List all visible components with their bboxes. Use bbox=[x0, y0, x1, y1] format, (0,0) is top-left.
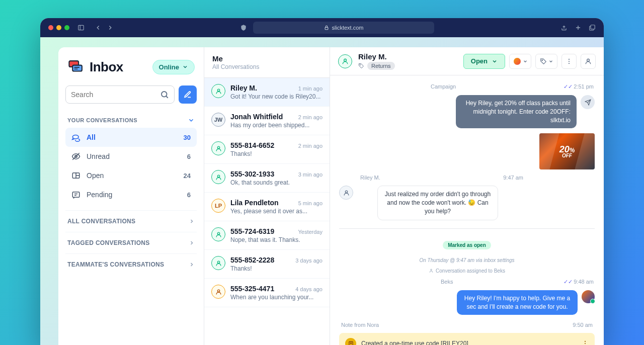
forward-icon[interactable] bbox=[107, 24, 114, 31]
search-box[interactable] bbox=[65, 85, 175, 104]
compose-button[interactable] bbox=[179, 85, 197, 104]
tabs-icon[interactable] bbox=[589, 24, 596, 31]
conversation-name: Lila Pendleton bbox=[230, 199, 279, 207]
avatar bbox=[211, 227, 225, 241]
marked-open-badge: Marked as open bbox=[443, 241, 491, 249]
chevron-right-icon bbox=[189, 240, 195, 246]
svg-point-25 bbox=[360, 64, 361, 65]
conversation-time: 3 min ago bbox=[298, 171, 323, 178]
nav-all[interactable]: All30 bbox=[65, 128, 197, 147]
svg-point-31 bbox=[345, 191, 347, 193]
status-open-button[interactable]: Open bbox=[463, 54, 505, 69]
contact-button[interactable] bbox=[581, 54, 596, 69]
incoming-message: Just realized my order didn't go through… bbox=[377, 186, 498, 220]
avatar bbox=[211, 256, 225, 270]
section-tagged-conversations[interactable]: TAGGED CONVERSATIONS bbox=[65, 232, 197, 253]
chevron-down-icon bbox=[492, 58, 498, 64]
conversation-item[interactable]: JWJonah Whitfield2 min agoHas my order b… bbox=[204, 107, 330, 135]
nav-pending[interactable]: Pending6 bbox=[65, 185, 197, 204]
conversation-preview: Thanks! bbox=[230, 265, 323, 272]
tag-icon bbox=[358, 63, 364, 69]
status-pill[interactable]: Online bbox=[152, 60, 195, 74]
conversation-item[interactable]: 555-852-22283 days agoThanks! bbox=[204, 250, 330, 279]
tag-icon bbox=[540, 58, 547, 65]
compose-icon bbox=[184, 91, 192, 99]
url-bar[interactable]: slicktext.com bbox=[253, 22, 434, 34]
conversation-time: 4 days ago bbox=[295, 286, 323, 292]
svg-point-23 bbox=[217, 290, 219, 292]
nav-unread[interactable]: Unread6 bbox=[65, 147, 197, 166]
chat-avatar bbox=[338, 54, 352, 68]
conversation-item[interactable]: 555-302-19333 min agoOk, that sounds gre… bbox=[204, 164, 330, 193]
svg-point-26 bbox=[541, 59, 542, 60]
traffic-lights[interactable] bbox=[48, 25, 69, 30]
chat-panel: Riley M. Returns Open bbox=[330, 47, 604, 345]
svg-rect-7 bbox=[72, 65, 82, 71]
svg-line-11 bbox=[166, 96, 168, 98]
svg-point-37 bbox=[585, 343, 586, 344]
avatar bbox=[211, 141, 225, 155]
conversation-name: Jonah Whitfield bbox=[230, 113, 283, 121]
avatar bbox=[211, 84, 225, 98]
conversation-item[interactable]: 555-325-44714 days agoWhen are you launc… bbox=[204, 279, 330, 307]
conversation-item[interactable]: 555-814-66522 min agoThanks! bbox=[204, 135, 330, 164]
inbox-logo-icon bbox=[67, 58, 85, 75]
share-icon[interactable] bbox=[560, 24, 568, 31]
conversation-preview: Nope, that was it. Thanks. bbox=[230, 236, 323, 243]
conversation-item[interactable]: 555-724-6319YesterdayNope, that was it. … bbox=[204, 221, 330, 250]
avatar bbox=[211, 170, 225, 184]
svg-point-24 bbox=[344, 59, 347, 61]
conversation-preview: When are you launching your... bbox=[230, 294, 323, 301]
conversation-time: 1 min ago bbox=[298, 85, 323, 92]
send-icon bbox=[581, 95, 595, 109]
message-meta: Riley M.9:47 am bbox=[359, 175, 524, 181]
svg-point-32 bbox=[431, 269, 432, 271]
chevron-right-icon bbox=[189, 262, 195, 268]
svg-rect-5 bbox=[591, 25, 595, 29]
svg-rect-17 bbox=[72, 192, 79, 198]
conversation-name: Riley M. bbox=[230, 84, 257, 92]
shield-icon[interactable] bbox=[240, 24, 247, 31]
back-icon[interactable] bbox=[95, 24, 102, 31]
open-icon bbox=[71, 171, 80, 180]
conversation-time: 5 min ago bbox=[298, 200, 323, 206]
contact-avatar-icon bbox=[339, 186, 353, 200]
more-button[interactable] bbox=[561, 54, 577, 69]
conversation-preview: Yes, please send it over as... bbox=[230, 208, 323, 215]
note-header: Note from Nora9:50 am bbox=[339, 322, 595, 328]
browser-chrome: slicktext.com bbox=[40, 18, 604, 37]
unread-icon bbox=[71, 152, 80, 161]
svg-rect-0 bbox=[78, 25, 84, 30]
meta-assignment: Conversation assigned to Beks bbox=[339, 268, 595, 274]
conversation-name: 555-814-6652 bbox=[230, 141, 274, 149]
svg-point-30 bbox=[587, 59, 590, 61]
conversation-time: 2 min ago bbox=[298, 114, 323, 120]
svg-point-20 bbox=[217, 175, 219, 177]
search-input[interactable] bbox=[71, 91, 160, 99]
section-all-conversations[interactable]: ALL CONVERSATIONS bbox=[65, 210, 197, 232]
chevron-right-icon bbox=[189, 218, 195, 224]
search-icon bbox=[160, 90, 169, 99]
section-teammates-conversations[interactable]: TEAMMATE'S CONVERSATIONS bbox=[65, 253, 197, 275]
tag-menu-button[interactable] bbox=[535, 54, 557, 69]
chat-icon bbox=[71, 133, 80, 142]
message-meta: Beks ✓✓9:48 am bbox=[440, 279, 595, 285]
more-vertical-icon[interactable] bbox=[582, 340, 589, 345]
conversation-name: 555-325-4471 bbox=[230, 285, 274, 293]
sidebar-toggle-icon[interactable] bbox=[77, 24, 85, 31]
chevron-down-icon bbox=[548, 59, 553, 64]
list-title: Me bbox=[212, 54, 321, 63]
chevron-down-icon bbox=[182, 64, 188, 70]
svg-point-27 bbox=[569, 58, 570, 59]
conversation-item[interactable]: LPLila Pendleton5 min agoYes, please sen… bbox=[204, 193, 330, 221]
sidebar: Inbox Online YOUR CONVER bbox=[58, 47, 204, 345]
conversation-item[interactable]: Riley M.1 min agoGot it! Your new code i… bbox=[204, 78, 330, 107]
svg-point-19 bbox=[217, 146, 219, 148]
nav-open[interactable]: Open24 bbox=[65, 166, 197, 185]
chevron-down-icon bbox=[188, 117, 195, 124]
section-your-conversations[interactable]: YOUR CONVERSATIONS bbox=[65, 113, 197, 128]
chat-tag[interactable]: Returns bbox=[367, 62, 395, 70]
assignee-button[interactable] bbox=[509, 54, 531, 69]
plus-icon[interactable] bbox=[575, 24, 582, 31]
svg-point-36 bbox=[585, 341, 586, 342]
